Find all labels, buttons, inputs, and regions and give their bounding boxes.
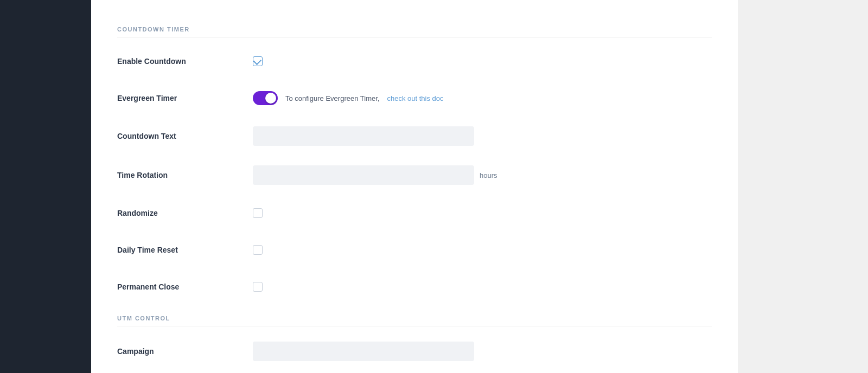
evergreen-timer-label: Evergreen Timer [117,94,253,102]
countdown-text-label: Countdown Text [117,132,253,140]
time-rotation-input[interactable] [253,165,474,185]
time-rotation-control: hours [253,165,712,185]
evergreen-toggle[interactable] [253,91,278,105]
countdown-text-control [253,126,712,146]
daily-time-reset-row: Daily Time Reset [117,241,712,259]
daily-time-reset-label: Daily Time Reset [117,246,253,254]
randomize-row: Randomize [117,204,712,222]
randomize-control [253,208,712,218]
enable-countdown-control [253,56,712,66]
right-panel [738,0,868,373]
campaign-input[interactable] [253,342,474,361]
utm-section-title: UTM CONTROL [117,315,712,326]
enable-countdown-checkbox[interactable] [253,56,263,66]
enable-countdown-label: Enable Countdown [117,57,253,66]
utm-section: UTM CONTROL Campaign [117,315,712,361]
time-rotation-row: Time Rotation hours [117,165,712,185]
campaign-control [253,342,712,361]
main-content: COUNTDOWN TIMER Enable Countdown Evergre… [91,0,738,373]
permanent-close-label: Permanent Close [117,282,253,291]
time-rotation-label: Time Rotation [117,171,253,179]
countdown-text-row: Countdown Text [117,126,712,146]
daily-time-reset-control [253,245,712,255]
campaign-row: Campaign [117,342,712,361]
evergreen-helper-text: To configure Evergreen Timer, [285,94,379,102]
evergreen-toggle-wrapper: To configure Evergreen Timer, check out … [253,91,443,105]
evergreen-timer-row: Evergreen Timer To configure Evergreen T… [117,89,712,107]
permanent-close-row: Permanent Close [117,278,712,295]
countdown-text-input[interactable] [253,126,474,146]
daily-time-reset-checkbox[interactable] [253,245,263,255]
enable-countdown-row: Enable Countdown [117,53,712,70]
campaign-label: Campaign [117,347,253,356]
evergreen-timer-control: To configure Evergreen Timer, check out … [253,91,712,105]
time-rotation-input-wrapper: hours [253,165,497,185]
randomize-label: Randomize [117,209,253,217]
evergreen-doc-link[interactable]: check out this doc [387,94,443,102]
countdown-section: COUNTDOWN TIMER Enable Countdown Evergre… [117,26,712,295]
sidebar [0,0,91,373]
countdown-section-title: COUNTDOWN TIMER [117,26,712,37]
time-rotation-suffix: hours [480,171,497,179]
permanent-close-checkbox[interactable] [253,282,263,292]
permanent-close-control [253,282,712,292]
randomize-checkbox[interactable] [253,208,263,218]
